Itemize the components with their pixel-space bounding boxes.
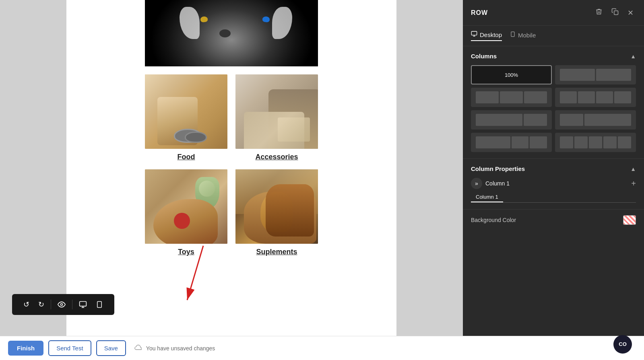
- panel-delete-button[interactable]: [593, 6, 605, 19]
- svg-rect-9: [471, 31, 477, 35]
- finish-button[interactable]: Finish: [8, 341, 43, 356]
- column-expand-button[interactable]: »: [471, 178, 482, 189]
- col-option-5-equal[interactable]: [555, 133, 636, 152]
- toys-label: Toys: [178, 248, 194, 256]
- column-properties-section: Column Properties ▲ » Column 1 + Column …: [463, 159, 644, 210]
- background-color-row: Background Color: [463, 210, 644, 230]
- columns-row-1: 100%: [471, 65, 636, 84]
- category-accessories[interactable]: Accessories: [235, 74, 318, 161]
- columns-section-title: Columns: [471, 53, 497, 60]
- column-properties-title: Column Properties: [471, 165, 525, 172]
- panel-header-actions: ✕: [593, 6, 636, 19]
- col-option-50-25-25[interactable]: [471, 133, 552, 152]
- panel-copy-button[interactable]: [609, 6, 621, 19]
- right-panel: ROW ✕ Desktop: [463, 0, 644, 336]
- panel-title: ROW: [471, 9, 488, 16]
- bottom-bar: Finish Send Test Save You have unsaved c…: [0, 336, 644, 360]
- unsaved-notice: You have unsaved changes: [134, 344, 215, 352]
- desktop-tab-icon: [471, 31, 477, 39]
- category-toys[interactable]: Toys: [145, 169, 227, 256]
- column-add-button[interactable]: +: [631, 179, 636, 188]
- send-test-button[interactable]: Send Test: [48, 340, 91, 356]
- col-option-4-equal[interactable]: [555, 88, 636, 107]
- cloud-icon: [134, 344, 143, 352]
- canvas-page: Food Accessories: [66, 0, 396, 336]
- col-option-3-equal[interactable]: [471, 88, 552, 107]
- suplements-label: Suplements: [256, 248, 297, 256]
- unsaved-message: You have unsaved changes: [146, 345, 215, 352]
- mobile-tab-icon: [510, 31, 516, 39]
- tab-mobile-label: Mobile: [518, 32, 536, 39]
- columns-row-4: [471, 133, 636, 152]
- column-1-title: Column 1: [485, 180, 628, 187]
- category-suplements[interactable]: Suplements: [235, 169, 318, 256]
- svg-rect-3: [80, 302, 87, 307]
- save-button[interactable]: Save: [96, 340, 126, 356]
- column-1-header: » Column 1 +: [471, 178, 636, 189]
- col-option-50-50[interactable]: [555, 65, 636, 84]
- mobile-view-button[interactable]: [93, 298, 106, 311]
- svg-point-2: [61, 304, 63, 306]
- canvas-toolbar: ↺ ↻: [12, 294, 114, 315]
- chat-button[interactable]: CO: [613, 335, 632, 354]
- columns-section: Columns ▲ 100%: [463, 46, 644, 159]
- toolbar-divider-2: [72, 300, 72, 309]
- food-label: Food: [178, 153, 195, 161]
- columns-row-3: [471, 110, 636, 130]
- desktop-view-button[interactable]: [76, 298, 90, 311]
- redo-button[interactable]: ↻: [35, 298, 47, 311]
- panel-close-button[interactable]: ✕: [625, 7, 636, 19]
- svg-rect-12: [511, 32, 514, 37]
- col-props-chevron-icon[interactable]: ▲: [630, 166, 636, 172]
- panel-view-tabs: Desktop Mobile: [463, 26, 644, 46]
- col-option-100[interactable]: 100%: [471, 65, 552, 84]
- column-prop-tabs: Column 1: [471, 192, 636, 203]
- category-food[interactable]: Food: [145, 74, 227, 161]
- tab-mobile[interactable]: Mobile: [510, 31, 536, 41]
- background-color-swatch[interactable]: [623, 215, 636, 225]
- columns-chevron-icon[interactable]: ▲: [630, 53, 636, 60]
- tab-desktop[interactable]: Desktop: [471, 31, 502, 41]
- accessories-label: Accessories: [255, 153, 298, 161]
- toolbar-divider-1: [51, 300, 51, 309]
- columns-row-2: [471, 88, 636, 107]
- col-option-67-33[interactable]: [471, 110, 552, 130]
- col-option-33-67[interactable]: [555, 110, 636, 130]
- tab-desktop-label: Desktop: [480, 31, 502, 38]
- panel-header: ROW ✕: [463, 0, 644, 26]
- preview-button[interactable]: [54, 298, 69, 311]
- background-color-label: Background Color: [471, 217, 516, 223]
- col-100-label: 100%: [505, 72, 518, 78]
- undo-button[interactable]: ↺: [20, 298, 33, 311]
- col-prop-tab-1[interactable]: Column 1: [471, 192, 503, 202]
- svg-rect-8: [614, 11, 618, 15]
